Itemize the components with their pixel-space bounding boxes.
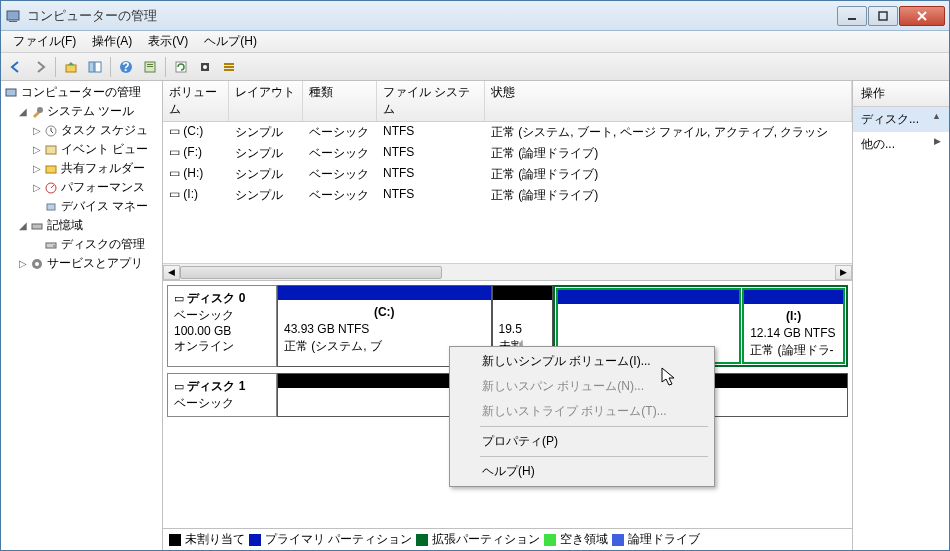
collapse-icon[interactable]: ◢ (17, 106, 29, 117)
h-scrollbar[interactable]: ◀ ▶ (163, 263, 852, 280)
menu-view[interactable]: 表示(V) (140, 31, 196, 52)
drive-icon: ▭ (169, 187, 180, 201)
list-body[interactable]: ▭ (C:) シンプル ベーシック NTFS 正常 (システム, ブート, ペー… (163, 122, 852, 263)
menu-help[interactable]: ヘルプ(H) (196, 31, 265, 52)
chevron-up-icon: ▲ (932, 111, 941, 128)
menu-separator (480, 456, 708, 457)
scroll-thumb[interactable] (180, 266, 442, 279)
svg-point-29 (35, 262, 39, 266)
up-button[interactable] (60, 56, 82, 78)
tree-task-scheduler[interactable]: ▷タスク スケジュ (31, 121, 160, 140)
expand-icon[interactable]: ▷ (31, 163, 43, 174)
menu-action[interactable]: 操作(A) (84, 31, 140, 52)
actions-header: 操作 (853, 81, 949, 107)
services-icon (29, 256, 45, 272)
svg-point-14 (203, 65, 207, 69)
show-hide-tree-button[interactable] (84, 56, 106, 78)
scroll-left-button[interactable]: ◀ (163, 265, 180, 280)
action-disk[interactable]: ディスク...▲ (853, 107, 949, 132)
list-header: ボリューム レイアウト 種類 ファイル システム 状態 (163, 81, 852, 122)
list-settings-button[interactable] (218, 56, 240, 78)
svg-rect-10 (147, 64, 153, 65)
svg-rect-15 (224, 63, 234, 65)
svg-rect-6 (95, 62, 101, 72)
expand-icon[interactable]: ▷ (17, 258, 29, 269)
event-icon (43, 142, 59, 158)
volume-row[interactable]: ▭ (C:) シンプル ベーシック NTFS 正常 (システム, ブート, ペー… (163, 122, 852, 143)
tree-performance[interactable]: ▷パフォーマンス (31, 178, 160, 197)
svg-rect-1 (9, 21, 17, 22)
col-layout[interactable]: レイアウト (229, 81, 303, 121)
volume-row[interactable]: ▭ (I:) シンプル ベーシック NTFS 正常 (論理ドライブ) (163, 185, 852, 206)
tree-root[interactable]: コンピューターの管理 (3, 83, 160, 102)
ctx-new-simple-volume[interactable]: 新しいシンプル ボリューム(I)... (452, 349, 712, 374)
legend-swatch-unalloc (169, 534, 181, 546)
folder-icon (43, 161, 59, 177)
tree-device-manager[interactable]: デバイス マネー (31, 197, 160, 216)
col-filesystem[interactable]: ファイル システム (377, 81, 485, 121)
ctx-properties[interactable]: プロパティ(P) (452, 429, 712, 454)
ctx-help[interactable]: ヘルプ(H) (452, 459, 712, 484)
scroll-track[interactable] (180, 265, 835, 280)
svg-rect-5 (89, 62, 94, 72)
tree-shared-folders[interactable]: ▷共有フォルダー (31, 159, 160, 178)
tree-event-viewer[interactable]: ▷イベント ビュー (31, 140, 160, 159)
legend-swatch-extended (416, 534, 428, 546)
svg-rect-18 (6, 89, 16, 96)
col-type[interactable]: 種類 (303, 81, 377, 121)
tools-icon (29, 104, 45, 120)
volume-row[interactable]: ▭ (F:) シンプル ベーシック NTFS 正常 (論理ドライブ) (163, 143, 852, 164)
partition-header (558, 290, 739, 304)
minimize-button[interactable] (837, 6, 867, 26)
tree-label: ディスクの管理 (61, 236, 145, 253)
tree-services-apps[interactable]: ▷サービスとアプリ (17, 254, 160, 273)
collapse-icon[interactable]: ◢ (17, 220, 29, 231)
legend-swatch-logical (612, 534, 624, 546)
device-icon (43, 199, 59, 215)
app-icon (5, 8, 21, 24)
properties-button[interactable] (139, 56, 161, 78)
svg-rect-2 (848, 18, 856, 20)
svg-rect-16 (224, 66, 234, 68)
expand-icon[interactable]: ▷ (31, 182, 43, 193)
tree-label: デバイス マネー (61, 198, 148, 215)
maximize-button[interactable] (868, 6, 898, 26)
help-button[interactable]: ? (115, 56, 137, 78)
back-button[interactable] (5, 56, 27, 78)
svg-rect-17 (224, 69, 234, 71)
actions-panel: 操作 ディスク...▲ 他の...▶ (853, 81, 949, 550)
partition-i[interactable]: (I:) 12.14 GB NTFS 正常 (論理ドラ- (742, 288, 845, 364)
legend: 未割り当て プライマリ パーティション 拡張パーティション 空き領域 論理ドライ… (163, 528, 852, 550)
drive-icon: ▭ (169, 145, 180, 159)
tree-label: システム ツール (47, 103, 134, 120)
performance-icon (43, 180, 59, 196)
nav-tree[interactable]: コンピューターの管理 ◢システム ツール ▷タスク スケジュ ▷イベント ビュー… (1, 81, 163, 550)
menu-file[interactable]: ファイル(F) (5, 31, 84, 52)
tree-label: 共有フォルダー (61, 160, 145, 177)
forward-button[interactable] (29, 56, 51, 78)
disk-info[interactable]: ▭ ディスク 1 ベーシック (167, 373, 277, 417)
svg-rect-3 (879, 12, 887, 20)
toolbar-separator (165, 57, 166, 77)
disk-icon (43, 237, 59, 253)
volume-row[interactable]: ▭ (H:) シンプル ベーシック NTFS 正常 (論理ドライブ) (163, 164, 852, 185)
app-window: コンピューターの管理 ファイル(F) 操作(A) 表示(V) ヘルプ(H) ? … (0, 0, 950, 551)
col-volume[interactable]: ボリューム (163, 81, 229, 121)
svg-rect-11 (147, 66, 153, 67)
tree-label: 記憶域 (47, 217, 83, 234)
expand-icon[interactable]: ▷ (31, 125, 43, 136)
ctx-new-stripe-volume: 新しいストライプ ボリューム(T)... (452, 399, 712, 424)
disk-icon: ▭ (174, 292, 184, 304)
drive-icon: ▭ (169, 124, 180, 138)
tree-storage[interactable]: ◢記憶域 (17, 216, 160, 235)
col-status[interactable]: 状態 (485, 81, 852, 121)
expand-icon[interactable]: ▷ (31, 144, 43, 155)
close-button[interactable] (899, 6, 945, 26)
action-other[interactable]: 他の...▶ (853, 132, 949, 157)
settings-button[interactable] (194, 56, 216, 78)
tree-disk-mgmt[interactable]: ディスクの管理 (31, 235, 160, 254)
refresh-button[interactable] (170, 56, 192, 78)
scroll-right-button[interactable]: ▶ (835, 265, 852, 280)
disk-info[interactable]: ▭ ディスク 0 ベーシック 100.00 GB オンライン (167, 285, 277, 367)
tree-system-tools[interactable]: ◢システム ツール (17, 102, 160, 121)
